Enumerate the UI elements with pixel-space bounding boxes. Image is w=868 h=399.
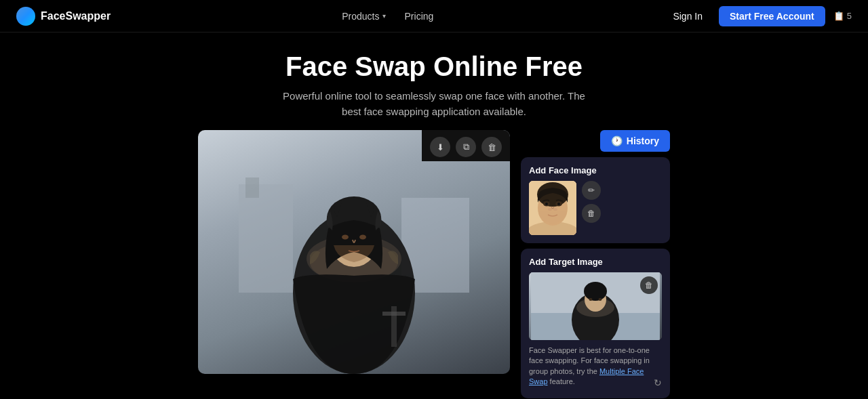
face-thumbnail [529,181,576,235]
target-thumbnail: 🗑 [529,272,662,340]
svg-point-35 [599,298,602,301]
hero-subtitle: Powerful online tool to seamlessly swap … [278,89,590,119]
notification-icon: 📋 [833,11,844,21]
notification-badge[interactable]: 📋 5 [833,11,852,21]
svg-rect-1 [239,184,293,293]
copy-icon: ⧉ [463,142,469,152]
hero-title: Face Swap Online Free [14,51,854,82]
image-toolbar: ⬇ ⧉ 🗑 [422,130,510,161]
hero-section: Face Swap Online Free Powerful online to… [0,33,868,130]
person-figure-svg [225,157,483,374]
face-delete-button[interactable]: 🗑 [582,204,601,223]
download-toolbar-button[interactable]: ⬇ [430,137,450,157]
svg-point-26 [553,208,557,211]
svg-point-25 [548,208,552,211]
svg-rect-14 [382,312,406,316]
svg-rect-2 [245,177,259,198]
target-panel-title: Add Target Image [529,257,662,267]
nav-pricing[interactable]: Pricing [405,11,434,22]
copy-toolbar-button[interactable]: ⧉ [456,137,476,157]
nav-center: Products ▾ Pricing [342,11,433,22]
download-icon: ⬇ [437,142,444,152]
svg-point-33 [584,282,607,301]
logo[interactable]: FaceSwapper [16,7,111,26]
nav-products[interactable]: Products ▾ [342,11,385,22]
navbar: FaceSwapper Products ▾ Pricing Sign In S… [0,0,868,33]
right-panel: 🕐 History Add Face Image [521,130,670,399]
main-image-panel: ⬇ ⧉ 🗑 [198,130,510,374]
face-panel: Add Face Image [521,157,670,243]
refresh-icon[interactable]: ↻ [654,377,662,390]
target-panel: Add Target Image [521,249,670,398]
main-content: ⬇ ⧉ 🗑 [0,130,868,399]
svg-point-34 [589,298,593,301]
face-portrait-svg [529,181,576,235]
history-icon: 🕐 [611,135,623,146]
face-image-area: ✏ 🗑 [529,181,662,235]
edit-icon: ✏ [588,186,595,195]
info-text: Face Swapper is best for one-to-one face… [529,345,662,387]
notification-count: 5 [847,11,852,21]
trash-icon: 🗑 [488,142,496,152]
start-free-button[interactable]: Start Free Account [719,6,825,26]
face-thumb-inner [529,181,576,235]
nav-right: Sign In Start Free Account 📋 5 [665,6,852,26]
delete-toolbar-button[interactable]: 🗑 [481,137,502,157]
svg-point-12 [359,235,366,240]
sign-in-button[interactable]: Sign In [665,7,711,26]
trash-icon: 🗑 [587,209,595,218]
svg-point-24 [557,203,560,205]
history-button[interactable]: 🕐 History [600,130,670,152]
svg-point-23 [545,203,548,205]
target-delete-button[interactable]: 🗑 [640,276,658,294]
main-image-background [198,130,510,374]
face-action-buttons: ✏ 🗑 [582,181,601,223]
face-edit-button[interactable]: ✏ [582,181,601,200]
face-panel-title: Add Face Image [529,165,662,175]
chevron-down-icon: ▾ [382,12,386,20]
svg-point-11 [342,235,349,240]
logo-text: FaceSwapper [41,10,111,22]
trash-icon: 🗑 [645,280,653,290]
logo-icon [16,7,35,26]
main-image [198,130,510,374]
